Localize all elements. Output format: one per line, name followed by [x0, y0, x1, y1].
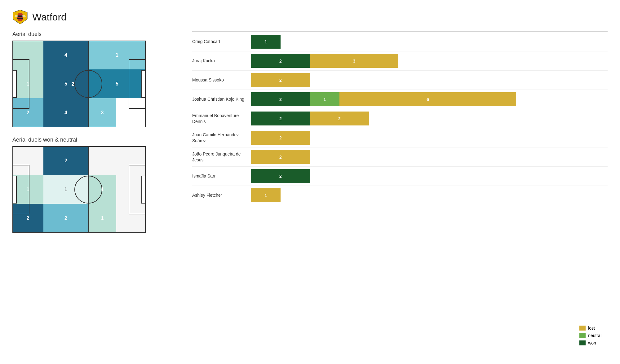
goal-box-left-1	[12, 70, 17, 98]
cell-3-2: 4	[43, 98, 88, 127]
bars-1: 23	[251, 54, 608, 68]
legend-lost-label: lost	[588, 326, 595, 331]
bars-6: 2	[251, 150, 608, 164]
player-name-7: Ismaïla Sarr	[192, 173, 251, 179]
legend-won-label: won	[588, 340, 596, 345]
player-row-4: Emmanuel Bonaventure Dennis22	[192, 109, 608, 128]
bar-won-3: 2	[251, 92, 310, 106]
bar-lost-4: 2	[310, 112, 369, 125]
bars-7: 2	[251, 169, 608, 183]
player-row-8: Ashley Fletcher1	[192, 186, 608, 205]
player-name-5: Juan Camilo Hernández Suárez	[192, 132, 251, 143]
main-content: Aerial duels 4 1 1 5	[12, 31, 608, 233]
p2-cell-3-3: 1	[88, 204, 116, 233]
player-name-6: João Pedro Junqueira de Jesus	[192, 151, 251, 162]
bar-lost-3: 6	[339, 92, 516, 106]
bars-0: 1	[251, 35, 608, 49]
svg-point-1	[17, 13, 23, 21]
player-name-2: Moussa Sissoko	[192, 77, 251, 83]
bars-3: 216	[251, 92, 608, 106]
legend-neutral-swatch	[579, 333, 586, 338]
player-name-4: Emmanuel Bonaventure Dennis	[192, 113, 251, 124]
right-panel: Craig Cathcart1Juraj Kucka23Moussa Sisso…	[180, 31, 608, 233]
bar-won-0: 1	[251, 35, 281, 49]
bar-lost-1: 3	[310, 54, 398, 68]
bar-lost-5: 2	[251, 131, 310, 145]
player-row-1: Juraj Kucka23	[192, 51, 608, 71]
legend-won-swatch	[579, 340, 586, 345]
bar-lost-6: 2	[251, 150, 310, 164]
player-row-3: Joshua Christian Kojo King216	[192, 90, 608, 109]
bar-neutral-3: 1	[310, 92, 339, 106]
aerial-duels-title: Aerial duels	[12, 31, 180, 37]
goal-box-right-2	[141, 176, 146, 204]
aerial-duels-won-title: Aerial duels won & neutral	[12, 137, 180, 143]
left-panel: Aerial duels 4 1 1 5	[12, 31, 180, 233]
player-row-2: Moussa Sissoko2	[192, 71, 608, 90]
top-divider	[192, 31, 608, 32]
bar-lost-8: 1	[251, 188, 281, 202]
player-name-3: Joshua Christian Kojo King	[192, 96, 251, 102]
aerial-duels-section: Aerial duels 4 1 1 5	[12, 31, 180, 127]
svg-rect-3	[17, 18, 23, 19]
bars-4: 22	[251, 112, 608, 125]
pitch-map-2: 2 1 1 1 2 2	[12, 146, 146, 233]
player-row-5: Juan Camilo Hernández Suárez2	[192, 128, 608, 147]
header: Watford	[12, 9, 608, 25]
bars-2: 2	[251, 73, 608, 87]
p2-cell-1-2: 2	[43, 146, 88, 175]
legend-lost: lost	[579, 326, 601, 331]
bars-8: 1	[251, 188, 608, 202]
cell-1-2: 4	[43, 41, 88, 69]
bar-won-4: 2	[251, 112, 310, 125]
player-name-8: Ashley Fletcher	[192, 192, 251, 198]
player-row-6: João Pedro Junqueira de Jesus2	[192, 147, 608, 167]
legend-neutral-label: neutral	[588, 333, 601, 338]
p2-cell-3-2: 2	[43, 204, 88, 233]
player-row-0: Craig Cathcart1	[192, 32, 608, 51]
bar-won-1: 2	[251, 54, 310, 68]
player-row-7: Ismaïla Sarr2	[192, 167, 608, 186]
legend-won: won	[579, 340, 601, 345]
bar-lost-2: 2	[251, 73, 310, 87]
player-name-0: Craig Cathcart	[192, 39, 251, 44]
center-circle-2	[74, 176, 102, 204]
aerial-duels-won-section: Aerial duels won & neutral 2 1 1	[12, 137, 180, 233]
legend: lost neutral won	[579, 326, 601, 345]
bar-won-7: 2	[251, 169, 310, 183]
player-name-1: Juraj Kucka	[192, 58, 251, 64]
goal-box-left-2	[12, 176, 17, 204]
legend-lost-swatch	[579, 326, 586, 331]
page: Watford Aerial duels 4 1	[0, 0, 620, 242]
legend-neutral: neutral	[579, 333, 601, 338]
club-name: Watford	[32, 11, 67, 23]
player-chart-container: Craig Cathcart1Juraj Kucka23Moussa Sisso…	[192, 32, 608, 205]
goal-box-right-1	[141, 70, 146, 98]
club-logo	[12, 9, 28, 25]
cell-3-3: 3	[88, 98, 116, 127]
pitch-map-1: 4 1 1 5 5 2 2 4	[12, 41, 146, 127]
center-label-1: 2	[57, 77, 88, 92]
bars-5: 2	[251, 131, 608, 145]
